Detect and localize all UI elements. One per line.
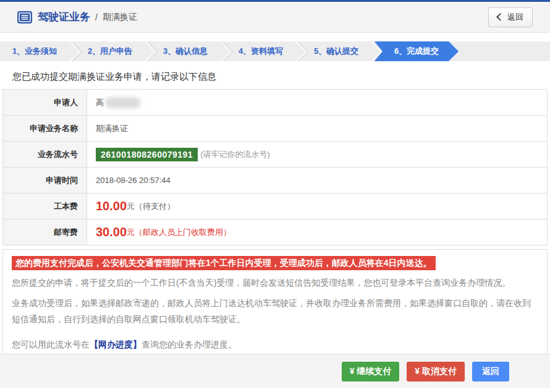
row-label: 申请人 bbox=[3, 90, 87, 115]
step-separator-icon bbox=[69, 41, 75, 61]
cancel-pay-button[interactable]: ¥ 取消支付 bbox=[407, 362, 465, 381]
fee-amount: 30.00 bbox=[96, 225, 127, 239]
chevron-left-icon bbox=[496, 13, 504, 21]
progress-link-label: 【网办进度】 bbox=[90, 339, 142, 349]
step-separator-icon bbox=[220, 41, 226, 61]
step-5: 5、确认提交 bbox=[302, 41, 371, 61]
success-message: 您已成功提交期满换证业务申请，请记录以下信息 bbox=[12, 71, 538, 83]
back-button-top[interactable]: 返回 bbox=[488, 7, 533, 27]
page-header: 驾驶证业务 / 期满换证 返回 bbox=[0, 2, 550, 33]
alert-banner: 您的费用支付完成后，公安机关交通管理部门将在1个工作日内受理，受理成功后，邮政人… bbox=[12, 256, 436, 270]
step-4: 4、资料填写 bbox=[226, 41, 295, 61]
fee-note: （待支付） bbox=[135, 201, 175, 212]
row-label: 业务流水号 bbox=[3, 142, 87, 167]
row-label: 申请时间 bbox=[3, 168, 87, 193]
table-row-serial-number: 业务流水号 261001808260079191 (请牢记你的流水号) bbox=[3, 142, 547, 168]
step-progress-bar: 1、业务须知 2、用户申告 3、确认信息 4、资料填写 5、确认提交 6、完成提… bbox=[0, 41, 550, 61]
row-value: 10.00 元 （待支付） bbox=[87, 194, 547, 219]
row-value: 30.00 元 （邮政人员上门收取费用） bbox=[87, 219, 547, 245]
breadcrumb-current: 期满换证 bbox=[103, 12, 137, 23]
application-info-table: 申请人 高 申请业务名称 期满换证 业务流水号 2610018082600791… bbox=[2, 89, 548, 245]
step-2: 2、用户申告 bbox=[75, 41, 145, 61]
continue-pay-button[interactable]: ¥ 继续支付 bbox=[342, 362, 400, 381]
step-separator-icon bbox=[295, 41, 302, 61]
fee-unit: 元 bbox=[127, 227, 135, 238]
step-6-active: 6、完成提交 bbox=[374, 41, 459, 61]
row-label: 申请业务名称 bbox=[3, 116, 87, 141]
fee-note: （邮政人员上门收取费用） bbox=[135, 227, 231, 238]
notice-paragraph-2: 业务成功受理后，如果选择邮政寄递的，邮政人员将上门送达机动车驾驶证，并收取办理业… bbox=[12, 295, 538, 327]
progress-hint-suffix: 查询您的业务办理进度。 bbox=[142, 339, 237, 349]
notice-paragraph-1: 您所提交的申请，将于提交后的一个工作日(不含当天)受理，届时会发送短信告知受理结… bbox=[12, 275, 538, 291]
serial-number-badge: 261001808260079191 bbox=[96, 148, 198, 161]
row-label: 工本费 bbox=[3, 194, 87, 219]
row-value: 2018-08-26 20:57:44 bbox=[87, 168, 547, 193]
progress-hint: 您可以用此流水号在【网办进度】查询您的业务办理进度。 bbox=[12, 339, 538, 351]
table-row-apply-time: 申请时间 2018-08-26 20:57:44 bbox=[3, 168, 547, 194]
action-footer: ¥ 继续支付 ¥ 取消支付 返回 bbox=[0, 354, 550, 388]
row-value: 高 bbox=[87, 90, 547, 115]
notice-box: 您的费用支付完成后，公安机关交通管理部门将在1个工作日内受理，受理成功后，邮政人… bbox=[2, 249, 548, 360]
breadcrumb-separator: / bbox=[95, 12, 98, 22]
step-1: 1、业务须知 bbox=[0, 41, 69, 61]
progress-hint-prefix: 您可以用此流水号在 bbox=[12, 339, 90, 349]
table-row-production-fee: 工本费 10.00 元 （待支付） bbox=[3, 194, 547, 219]
step-separator-icon bbox=[371, 41, 377, 61]
fee-amount: 10.00 bbox=[96, 199, 127, 213]
row-value: 261001808260079191 (请牢记你的流水号) bbox=[87, 142, 547, 167]
step-separator-icon bbox=[145, 41, 151, 61]
applicant-name: 高 bbox=[96, 97, 104, 108]
row-label: 邮寄费 bbox=[3, 219, 87, 245]
row-value: 期满换证 bbox=[87, 116, 547, 141]
table-row-service-name: 申请业务名称 期满换证 bbox=[3, 116, 547, 142]
page-title: 驾驶证业务 bbox=[38, 10, 90, 24]
back-button-bottom[interactable]: 返回 bbox=[472, 362, 509, 381]
step-3: 3、确认信息 bbox=[151, 41, 220, 61]
table-row-postage-fee: 邮寄费 30.00 元 （邮政人员上门收取费用） bbox=[3, 219, 547, 245]
back-button-label: 返回 bbox=[507, 12, 523, 23]
fee-unit: 元 bbox=[127, 201, 135, 212]
table-row-applicant: 申请人 高 bbox=[3, 90, 547, 116]
serial-number-note: (请牢记你的流水号) bbox=[200, 149, 270, 160]
list-icon bbox=[17, 11, 32, 23]
redacted-name-blur bbox=[105, 97, 141, 108]
